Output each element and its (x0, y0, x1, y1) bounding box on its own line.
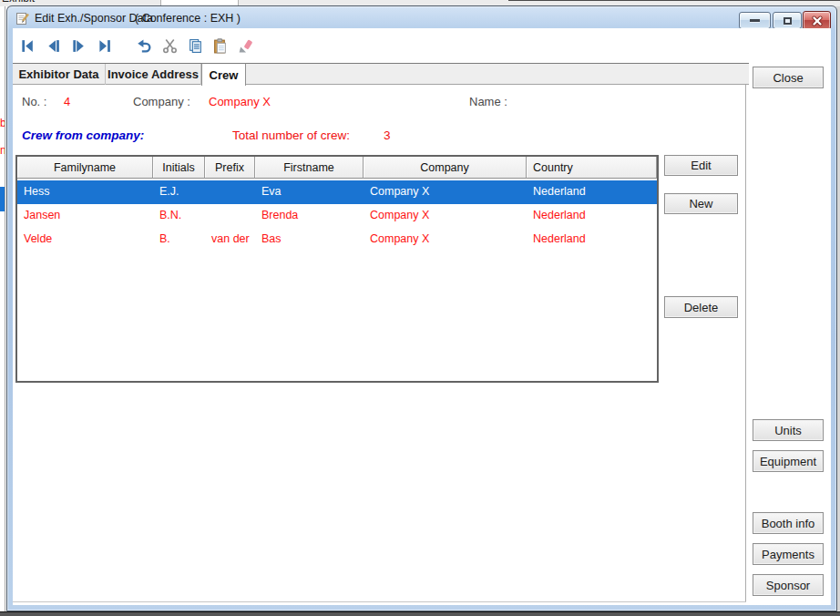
company-label: Company : (133, 95, 190, 108)
paste-icon[interactable] (212, 38, 228, 54)
content-separator (745, 85, 746, 602)
cut-icon[interactable] (162, 38, 178, 54)
restore-icon (784, 17, 792, 25)
last-record-icon[interactable] (97, 38, 112, 54)
dialog-window: Edit Exh./Sponsor Data ( Conference : EX… (6, 5, 837, 611)
column-header-company[interactable]: Company (364, 157, 527, 179)
equipment-button[interactable]: Equipment (753, 450, 824, 472)
cell-initials: B.N. (153, 204, 205, 228)
background-red-text-fragment: b (0, 117, 5, 128)
titlebar[interactable]: Edit Exh./Sponsor Data ( Conference : EX… (7, 6, 836, 29)
cell-firstname: Eva (255, 180, 364, 204)
window-close-button[interactable] (803, 11, 831, 30)
cell-prefix (205, 180, 255, 204)
no-label: No. : (22, 95, 46, 108)
next-record-icon[interactable] (71, 38, 87, 54)
column-header-familyname[interactable]: Familyname (17, 157, 153, 179)
column-header-firstname[interactable]: Firstname (255, 157, 364, 179)
dialog-client-area: Exhibitor Data Invoice Address Crew No. … (13, 28, 831, 605)
minimize-icon (750, 19, 760, 22)
cell-company: Company X (364, 180, 527, 204)
copy-icon[interactable] (188, 38, 203, 54)
edit-button[interactable]: Edit (664, 155, 738, 176)
window-conference-label: ( Conference : EXH ) (135, 12, 241, 25)
tab-label: Crew (210, 68, 239, 82)
total-crew-label: Total number of crew: (232, 128, 350, 142)
cell-company: Company X (364, 204, 527, 228)
table-row[interactable]: Jansen B.N. Brenda Company X Nederland (17, 204, 657, 228)
new-button[interactable]: New (664, 193, 738, 214)
payments-button[interactable]: Payments (753, 543, 824, 565)
background-red-text-fragment: n (0, 144, 5, 156)
close-icon (812, 15, 823, 26)
cell-company: Company X (364, 228, 527, 252)
restore-button[interactable] (773, 12, 802, 29)
cell-prefix: van der (205, 228, 255, 252)
crew-from-company-heading: Crew from company: (22, 128, 144, 142)
first-record-icon[interactable] (20, 38, 36, 54)
background-selected-row-fragment (0, 187, 5, 211)
content-bottom-edge (13, 601, 746, 602)
crew-table-header: Familyname Initials Prefix Firstname Com… (17, 157, 657, 179)
cell-firstname: Brenda (255, 204, 364, 228)
units-button[interactable]: Units (753, 419, 824, 441)
crew-table[interactable]: Familyname Initials Prefix Firstname Com… (15, 155, 659, 383)
cell-country: Nederland (527, 204, 657, 228)
company-value: Company X (209, 95, 271, 108)
undo-icon[interactable] (137, 38, 152, 54)
cell-country: Nederland (527, 228, 657, 252)
cell-firstname: Bas (255, 228, 364, 252)
crew-table-body: Hess E.J. Eva Company X Nederland Jansen… (17, 179, 657, 252)
background-window-left-edge (5, 6, 5, 611)
tab-exhibitor-data[interactable]: Exhibitor Data (13, 64, 106, 85)
total-crew-value: 3 (384, 128, 391, 142)
cell-initials: B. (153, 228, 205, 252)
close-button[interactable]: Close (753, 67, 824, 88)
background-window-edge (508, 0, 840, 1)
previous-record-icon[interactable] (46, 38, 61, 54)
background-clipped-label: Exhibit (2, 0, 56, 5)
column-header-prefix[interactable]: Prefix (205, 157, 255, 179)
table-row[interactable]: Velde B. van der Bas Company X Nederland (17, 228, 657, 252)
tab-crew[interactable]: Crew (201, 63, 246, 86)
table-row[interactable]: Hess E.J. Eva Company X Nederland (17, 180, 657, 204)
cell-familyname: Velde (17, 228, 153, 252)
booth-info-button[interactable]: Booth info (753, 512, 824, 534)
tab-label: Exhibitor Data (18, 67, 98, 81)
column-header-initials[interactable]: Initials (153, 157, 205, 179)
no-value: 4 (64, 95, 70, 108)
cell-familyname: Hess (17, 180, 153, 204)
minimize-button[interactable] (739, 12, 771, 29)
cell-familyname: Jansen (17, 204, 153, 228)
tab-strip: Exhibitor Data Invoice Address (13, 63, 749, 85)
cell-prefix (205, 204, 255, 228)
background-window-bottom-strip (0, 611, 840, 616)
edit-document-icon (15, 11, 30, 26)
eraser-icon[interactable] (238, 38, 253, 54)
column-header-country[interactable]: Country (527, 157, 657, 179)
delete-button[interactable]: Delete (664, 296, 738, 318)
sponsor-button[interactable]: Sponsor (753, 574, 824, 596)
cell-country: Nederland (527, 180, 657, 204)
tab-label: Invoice Address (108, 67, 199, 81)
name-label: Name : (469, 95, 507, 108)
cell-initials: E.J. (153, 180, 205, 204)
tab-invoice-address[interactable]: Invoice Address (106, 64, 201, 85)
